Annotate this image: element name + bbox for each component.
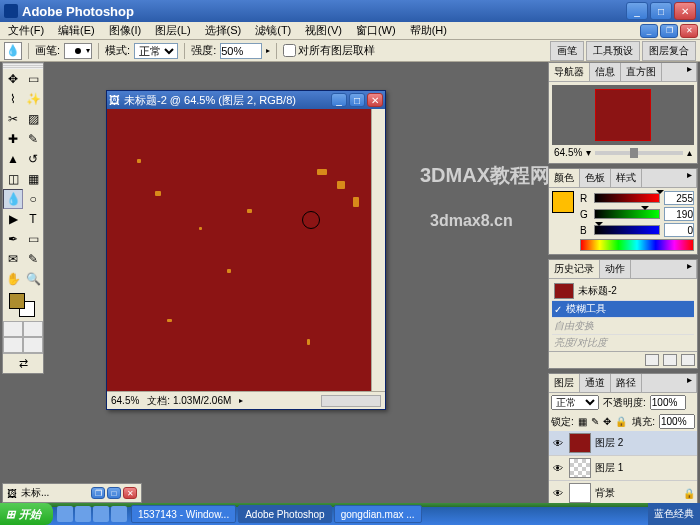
palette-well-layer-comps[interactable]: 图层复合 xyxy=(642,41,696,61)
palette-well-tool-presets[interactable]: 工具预设 xyxy=(586,41,640,61)
quicklaunch-icon[interactable] xyxy=(75,506,91,522)
minimized-document-tab[interactable]: 🖼 未标... ❐ □ ✕ xyxy=(2,483,142,503)
zoom-in-icon[interactable]: ▴ xyxy=(687,147,692,158)
doc-win-maximize[interactable]: □ xyxy=(349,93,365,107)
minimize-button[interactable]: _ xyxy=(626,2,648,20)
layer-thumbnail[interactable] xyxy=(569,483,591,503)
tab-color[interactable]: 颜色 xyxy=(549,169,580,187)
doc-restore-button[interactable]: ❐ xyxy=(660,24,678,38)
strength-dropdown-icon[interactable]: ▸ xyxy=(266,46,270,55)
type-tool[interactable]: T xyxy=(23,209,43,229)
color-menu-icon[interactable]: ▸ xyxy=(683,169,697,187)
brush-picker[interactable]: ▾ xyxy=(64,43,92,59)
menu-view[interactable]: 视图(V) xyxy=(299,22,348,39)
layer-thumbnail[interactable] xyxy=(569,433,591,453)
menu-image[interactable]: 图像(I) xyxy=(103,22,147,39)
hand-tool[interactable]: ✋ xyxy=(3,269,23,289)
quicklaunch-icon[interactable] xyxy=(57,506,73,522)
tab-info[interactable]: 信息 xyxy=(590,63,621,81)
tab-histogram[interactable]: 直方图 xyxy=(621,63,662,81)
clone-stamp-tool[interactable]: ▲ xyxy=(3,149,23,169)
layer-blend-mode-select[interactable]: 正常 xyxy=(551,395,599,410)
new-document-icon[interactable] xyxy=(663,354,677,366)
blend-mode-select[interactable]: 正常 xyxy=(134,43,178,59)
layer-name[interactable]: 背景 xyxy=(595,486,615,500)
navigator-menu-icon[interactable]: ▸ xyxy=(683,63,697,81)
blur-tool-icon[interactable]: 💧 xyxy=(4,42,22,60)
layers-menu-icon[interactable]: ▸ xyxy=(683,374,697,392)
screen-mode-full[interactable] xyxy=(23,337,43,353)
lock-pixels-icon[interactable]: ✎ xyxy=(591,416,599,427)
menu-window[interactable]: 窗口(W) xyxy=(350,22,402,39)
dodge-tool[interactable]: ○ xyxy=(23,189,43,209)
gradient-tool[interactable]: ▦ xyxy=(23,169,43,189)
taskbar-task[interactable]: gongdian.max ... xyxy=(334,505,422,523)
mini-restore-button[interactable]: ❐ xyxy=(91,487,105,499)
history-brush-tool[interactable]: ↺ xyxy=(23,149,43,169)
layer-thumbnail[interactable] xyxy=(569,458,591,478)
layer-row[interactable]: 👁 图层 1 xyxy=(549,456,697,481)
document-zoom-value[interactable]: 64.5% xyxy=(111,395,139,406)
doc-minimize-button[interactable]: _ xyxy=(640,24,658,38)
layer-name[interactable]: 图层 2 xyxy=(595,436,623,450)
layer-row[interactable]: 👁 图层 2 xyxy=(549,431,697,456)
maximize-button[interactable]: □ xyxy=(650,2,672,20)
mini-close-button[interactable]: ✕ xyxy=(123,487,137,499)
lock-position-icon[interactable]: ✥ xyxy=(603,416,611,427)
layer-name[interactable]: 图层 1 xyxy=(595,461,623,475)
lock-all-icon[interactable]: 🔒 xyxy=(615,416,627,427)
doc-close-button[interactable]: ✕ xyxy=(680,24,698,38)
doc-win-minimize[interactable]: _ xyxy=(331,93,347,107)
eraser-tool[interactable]: ◫ xyxy=(3,169,23,189)
brush-tool[interactable]: ✎ xyxy=(23,129,43,149)
menu-help[interactable]: 帮助(H) xyxy=(404,22,453,39)
crop-tool[interactable]: ✂ xyxy=(3,109,23,129)
menu-edit[interactable]: 编辑(E) xyxy=(52,22,101,39)
fill-input[interactable] xyxy=(659,414,695,429)
notes-tool[interactable]: ✉ xyxy=(3,249,23,269)
color-g-slider[interactable] xyxy=(594,209,660,219)
jump-to-imageready[interactable]: ⇄ xyxy=(3,353,43,373)
blur-tool[interactable]: 💧 xyxy=(3,189,23,209)
sample-all-layers-checkbox[interactable]: 对所有图层取样 xyxy=(283,43,375,58)
document-titlebar[interactable]: 🖼 未标题-2 @ 64.5% (图层 2, RGB/8) _ □ ✕ xyxy=(107,91,385,109)
quickmask-mode-button[interactable] xyxy=(23,321,43,337)
zoom-out-icon[interactable]: ▾ xyxy=(586,147,591,158)
document-horizontal-scrollbar[interactable] xyxy=(321,395,381,407)
new-snapshot-icon[interactable] xyxy=(645,354,659,366)
tab-navigator[interactable]: 导航器 xyxy=(549,63,590,81)
document-canvas[interactable] xyxy=(107,109,371,391)
move-tool[interactable]: ✥ xyxy=(3,69,23,89)
opacity-input[interactable] xyxy=(650,395,686,410)
navigator-zoom-slider[interactable] xyxy=(595,151,683,155)
doc-win-close[interactable]: ✕ xyxy=(367,93,383,107)
screen-mode-standard[interactable] xyxy=(3,337,23,353)
delete-state-icon[interactable] xyxy=(681,354,695,366)
lasso-tool[interactable]: ⌇ xyxy=(3,89,23,109)
history-state[interactable]: 自由变换 xyxy=(552,318,694,335)
layer-visibility-icon[interactable]: 👁 xyxy=(551,438,565,449)
taskbar-task[interactable]: 1537143 - Window... xyxy=(131,505,236,523)
menu-select[interactable]: 选择(S) xyxy=(199,22,248,39)
menu-layer[interactable]: 图层(L) xyxy=(149,22,196,39)
history-snapshot[interactable]: 未标题-2 xyxy=(552,282,694,301)
color-b-slider[interactable] xyxy=(594,225,660,235)
strength-input[interactable] xyxy=(220,43,262,59)
document-vertical-scrollbar[interactable] xyxy=(371,109,385,391)
color-b-input[interactable] xyxy=(664,223,694,237)
tab-swatches[interactable]: 色板 xyxy=(580,169,611,187)
zoom-tool[interactable]: 🔍 xyxy=(23,269,43,289)
healing-brush-tool[interactable]: ✚ xyxy=(3,129,23,149)
system-tray[interactable]: 蓝色经典 xyxy=(648,503,700,525)
menu-file[interactable]: 文件(F) xyxy=(2,22,50,39)
slice-tool[interactable]: ▨ xyxy=(23,109,43,129)
mini-maximize-button[interactable]: □ xyxy=(107,487,121,499)
statusbar-menu-icon[interactable]: ▸ xyxy=(239,396,243,405)
navigator-thumbnail[interactable] xyxy=(552,85,694,145)
foreground-color-swatch[interactable] xyxy=(9,293,25,309)
tab-actions[interactable]: 动作 xyxy=(600,260,631,278)
quicklaunch-icon[interactable] xyxy=(93,506,109,522)
color-fg-swatch[interactable] xyxy=(552,191,574,213)
history-state[interactable]: 亮度/对比度 xyxy=(552,335,694,351)
menu-filter[interactable]: 滤镜(T) xyxy=(249,22,297,39)
